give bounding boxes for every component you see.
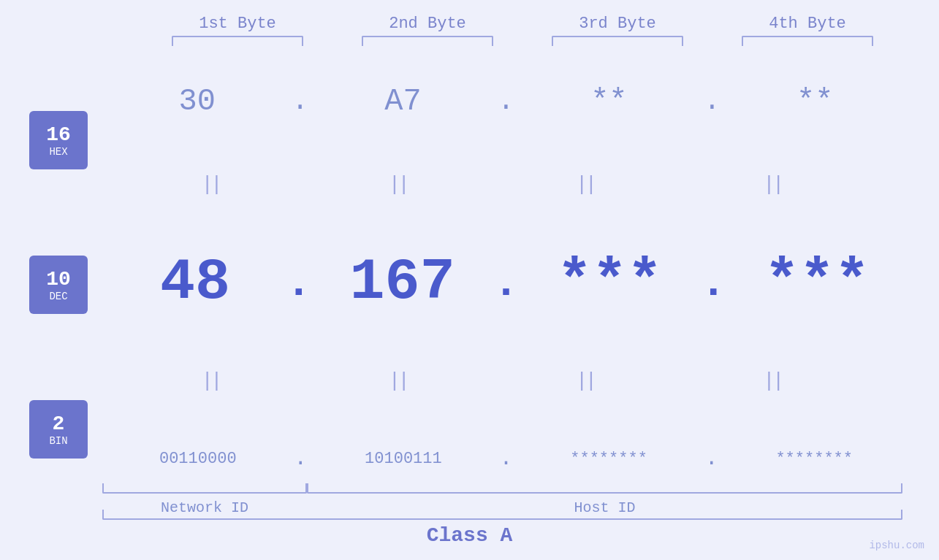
eq4: || xyxy=(763,173,782,196)
bin-dot-1: . xyxy=(294,446,307,471)
dec-b3: *** xyxy=(529,249,690,315)
bottom-brackets xyxy=(102,483,902,494)
byte1-label: 1st Byte xyxy=(164,15,311,33)
byte3-label: 3rd Byte xyxy=(544,15,691,33)
hex-dot-2: . xyxy=(498,85,514,117)
eq5: || xyxy=(201,369,220,392)
network-bracket xyxy=(102,483,307,494)
equals-row-1: || || || || xyxy=(110,173,902,196)
bin-badge: 2 BIN xyxy=(29,400,88,459)
hex-row: 30 . A7 . ** . ** xyxy=(110,84,902,119)
equals-row-2: || || || || xyxy=(110,369,902,392)
dec-badge-label: DEC xyxy=(49,291,67,302)
dec-dot-1: . xyxy=(286,258,312,308)
hex-dot-1: . xyxy=(292,85,308,117)
byte2-label: 2nd Byte xyxy=(354,15,501,33)
eq2: || xyxy=(389,173,408,196)
badges-column: 16 HEX 10 DEC 2 BIN xyxy=(0,46,102,560)
bin-b3: ******** xyxy=(528,450,689,468)
dec-b1: 48 xyxy=(115,249,275,315)
bracket-byte2 xyxy=(362,36,493,46)
watermark: ipshu.com xyxy=(869,540,924,551)
eq6: || xyxy=(389,369,408,392)
bracket-byte4 xyxy=(742,36,873,46)
byte-headers: 1st Byte 2nd Byte 3rd Byte 4th Byte xyxy=(0,15,939,33)
main-area: 16 HEX 10 DEC 2 BIN 30 . A7 xyxy=(0,46,939,560)
eq8: || xyxy=(763,369,782,392)
dec-dot-3: . xyxy=(700,258,726,308)
hex-badge: 16 HEX xyxy=(29,111,88,169)
bracket-byte3 xyxy=(552,36,683,46)
dec-b4: *** xyxy=(737,249,897,315)
bin-dot-2: . xyxy=(499,446,512,471)
hex-b3: ** xyxy=(528,84,689,119)
hex-b2: A7 xyxy=(323,84,484,119)
class-label: Class A xyxy=(0,524,939,547)
bin-dot-3: . xyxy=(705,446,718,471)
eq7: || xyxy=(576,369,595,392)
eq3: || xyxy=(576,173,595,196)
dec-dot-2: . xyxy=(493,258,519,308)
dec-badge: 10 DEC xyxy=(29,256,88,314)
dec-badge-num: 10 xyxy=(46,268,71,291)
bin-b2: 10100111 xyxy=(323,450,484,468)
bin-badge-label: BIN xyxy=(49,435,67,447)
hex-b1: 30 xyxy=(117,84,278,119)
big-bottom-bracket xyxy=(102,510,902,520)
top-brackets xyxy=(0,36,939,46)
bin-row: 00110000 . 10100111 . ******** . *******… xyxy=(110,446,902,471)
hex-badge-num: 16 xyxy=(46,123,71,146)
hex-dot-3: . xyxy=(704,85,721,117)
dec-row: 48 . 167 . *** . *** xyxy=(110,249,902,315)
host-bracket xyxy=(307,483,902,494)
bracket-byte1 xyxy=(172,36,303,46)
byte4-label: 4th Byte xyxy=(734,15,881,33)
eq1: || xyxy=(201,173,220,196)
bin-b1: 00110000 xyxy=(118,450,278,468)
bin-badge-num: 2 xyxy=(53,413,65,435)
dec-b2: 167 xyxy=(322,249,483,315)
bin-b4: ******** xyxy=(734,450,894,468)
main-container: 1st Byte 2nd Byte 3rd Byte 4th Byte 16 H… xyxy=(0,0,939,560)
hex-badge-label: HEX xyxy=(49,146,67,158)
hex-b4: ** xyxy=(734,84,895,119)
